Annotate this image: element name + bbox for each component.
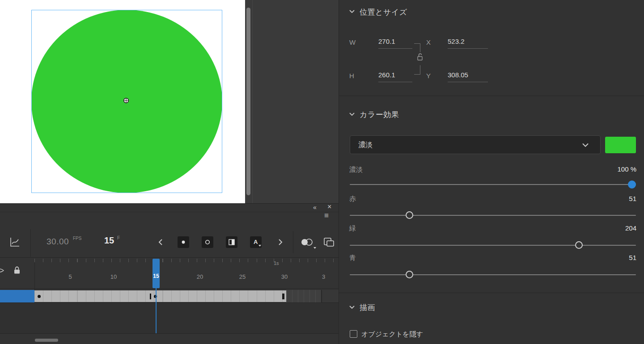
- green-slider-track[interactable]: [350, 245, 636, 246]
- frame-unit-label: F: [117, 235, 120, 240]
- divider: [0, 302, 339, 303]
- tint-color-swatch[interactable]: [605, 137, 636, 153]
- onion-flyout-caret-icon: [314, 247, 316, 249]
- link-bracket: [414, 74, 420, 75]
- panel-menu-icon[interactable]: ≡: [324, 211, 329, 220]
- divider: [293, 231, 293, 253]
- green-value[interactable]: 204: [595, 224, 636, 232]
- tint-slider-label: 濃淡: [349, 165, 363, 174]
- span-end-marker: [282, 294, 284, 299]
- blank-keyframe-icon: [202, 236, 213, 248]
- color-style-dropdown[interactable]: 濃淡: [350, 135, 601, 154]
- w-label: W: [349, 38, 356, 46]
- chevron-down-icon: [582, 143, 589, 147]
- chevron-down-icon: [349, 112, 355, 116]
- playhead-line[interactable]: [156, 288, 157, 333]
- flyout-caret-icon: [258, 245, 261, 247]
- timeline-rows-area[interactable]: [0, 302, 339, 333]
- insert-keyframe-button[interactable]: [178, 236, 189, 248]
- registration-point-icon: [123, 97, 129, 104]
- ruler-number: 20: [197, 273, 203, 280]
- eye-visibility-icon[interactable]: [0, 268, 4, 273]
- blue-slider-knob[interactable]: [406, 271, 413, 278]
- edit-multiple-frames-icon[interactable]: [323, 236, 335, 248]
- divider: [0, 289, 339, 289]
- ruler-number: 10: [110, 273, 117, 280]
- insert-blank-keyframe-button[interactable]: [202, 236, 213, 248]
- close-panel-icon[interactable]: ×: [327, 203, 331, 211]
- divider: [339, 293, 644, 293]
- link-bracket: [420, 43, 420, 52]
- section-color-effect-header[interactable]: カラー効果: [339, 107, 644, 122]
- section-position-size-header[interactable]: 位置とサイズ: [339, 4, 644, 20]
- fps-unit-label: FPS: [73, 236, 81, 241]
- blue-slider-label: 青: [349, 254, 356, 262]
- chevron-down-icon: [349, 9, 355, 13]
- frames-gutter: [322, 290, 339, 302]
- auto-keyframe-button[interactable]: A: [250, 236, 262, 248]
- section-title: カラー効果: [360, 109, 399, 120]
- panel-edge-divider: [252, 0, 253, 203]
- tint-value[interactable]: 100 %: [595, 165, 636, 173]
- lock-icon[interactable]: [13, 266, 21, 275]
- ruler-number: 5: [68, 273, 72, 280]
- blue-value[interactable]: 51: [595, 254, 636, 261]
- h-value[interactable]: 260.1: [378, 71, 412, 82]
- divider: [0, 257, 339, 258]
- fps-value[interactable]: 30.00: [47, 237, 69, 247]
- stage-canvas[interactable]: [0, 0, 245, 203]
- y-value[interactable]: 308.05: [448, 71, 488, 82]
- x-value[interactable]: 523.2: [448, 38, 488, 49]
- keyframe-end-marker: [150, 294, 151, 299]
- green-slider-label: 緑: [349, 224, 356, 233]
- seconds-marker: 1s: [274, 260, 279, 266]
- w-value[interactable]: 270.1: [378, 38, 412, 49]
- playhead[interactable]: 15: [153, 259, 160, 288]
- link-bracket: [420, 65, 420, 74]
- divider: [0, 212, 339, 212]
- playhead-frame-label: 15: [153, 273, 160, 279]
- y-label: Y: [426, 72, 431, 80]
- hide-object-label: オブジェクトを隠す: [361, 330, 423, 339]
- blue-slider-track[interactable]: [350, 274, 636, 275]
- auto-keyframe-icon: A: [254, 239, 258, 245]
- divider: [339, 96, 644, 96]
- keyframe-icon: [178, 236, 189, 248]
- timeline-ruler[interactable]: [34, 259, 339, 262]
- tint-slider-track[interactable]: [350, 184, 636, 185]
- h-label: H: [349, 72, 354, 80]
- section-title: 位置とサイズ: [360, 7, 407, 17]
- selected-layer-cell[interactable]: [0, 290, 34, 302]
- onion-skin-icon[interactable]: [299, 236, 315, 248]
- current-frame-value[interactable]: 15: [104, 235, 114, 246]
- unlock-link-icon[interactable]: [416, 53, 424, 61]
- divider: [30, 229, 31, 257]
- empty-frames[interactable]: [286, 290, 321, 302]
- red-value[interactable]: 51: [595, 195, 636, 202]
- dropdown-selected-value: 濃淡: [358, 140, 373, 150]
- section-render-header[interactable]: 描画: [339, 300, 644, 315]
- green-slider-knob[interactable]: [575, 241, 583, 249]
- link-bracket: [414, 43, 420, 44]
- stage-vertical-scrollbar[interactable]: [246, 8, 250, 195]
- red-slider-knob[interactable]: [406, 211, 413, 219]
- ruler-number: 25: [239, 273, 246, 280]
- hide-object-checkbox[interactable]: [350, 330, 357, 338]
- step-back-icon[interactable]: [157, 238, 165, 247]
- step-forward-icon[interactable]: [275, 238, 284, 247]
- red-slider-label: 赤: [349, 195, 356, 203]
- ruler-number: 30: [281, 273, 288, 280]
- properties-panel: 位置とサイズ W 270.1 X 523.2 H 260.1 Y 308.05 …: [339, 0, 644, 344]
- section-title: 描画: [360, 302, 375, 313]
- animate-workspace: « × ≡ 30.00 FPS 15 F: [0, 0, 644, 344]
- collapse-panel-icon[interactable]: «: [313, 204, 317, 211]
- insert-frame-button[interactable]: [226, 236, 237, 248]
- red-slider-track[interactable]: [350, 215, 636, 216]
- graph-editor-icon[interactable]: [9, 236, 21, 248]
- frame-span[interactable]: [34, 290, 286, 302]
- timeline-panel: « × ≡ 30.00 FPS 15 F: [0, 203, 339, 344]
- divider: [0, 333, 339, 334]
- keyframe-dot[interactable]: [38, 295, 41, 298]
- tint-slider-knob[interactable]: [628, 180, 636, 189]
- timeline-horizontal-scrollbar[interactable]: [35, 339, 58, 342]
